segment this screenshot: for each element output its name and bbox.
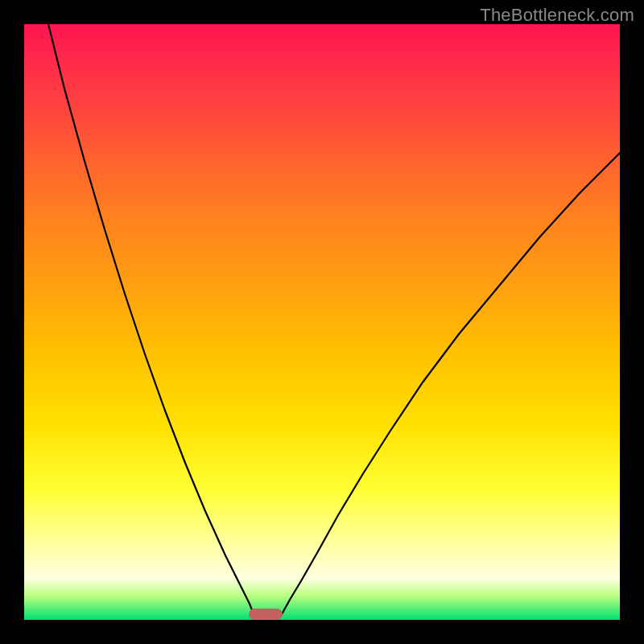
bottleneck-marker <box>249 609 283 620</box>
chart-frame: TheBottleneck.com <box>0 0 644 644</box>
curve-layer <box>24 24 620 620</box>
plot-area <box>24 24 620 620</box>
watermark-text: TheBottleneck.com <box>480 5 634 26</box>
left-curve <box>48 24 254 614</box>
right-curve <box>282 153 620 614</box>
